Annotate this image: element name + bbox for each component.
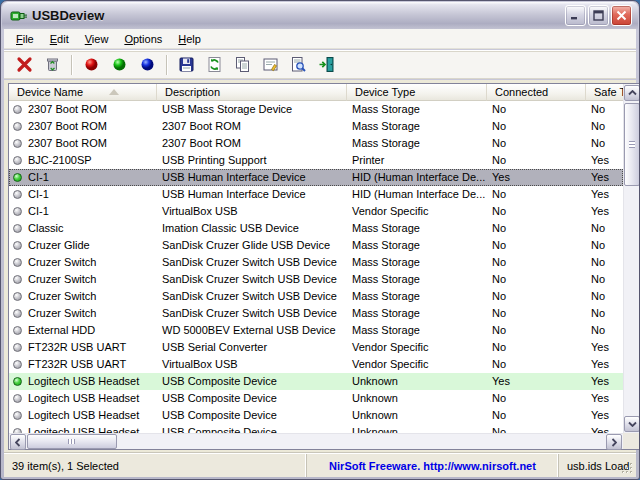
device-list: Device NameDescriptionDevice TypeConnect… bbox=[8, 83, 640, 450]
description-cell: VirtualBox USB bbox=[157, 356, 347, 373]
device-row[interactable]: Cruzer SwitchSanDisk Cruzer Switch USB D… bbox=[9, 288, 623, 305]
safe-to-unplug-cell: Yes bbox=[586, 407, 623, 424]
save-button[interactable] bbox=[174, 53, 198, 77]
device-name-cell: Logitech USB Headset bbox=[9, 390, 157, 407]
description-cell: USB Human Interface Device bbox=[157, 169, 347, 186]
refresh-button[interactable] bbox=[202, 53, 226, 77]
usb-plug-icon bbox=[10, 7, 28, 25]
title-bar[interactable]: USBDeview bbox=[2, 2, 638, 29]
device-name-text: CI-1 bbox=[28, 169, 49, 186]
scroll-up-button[interactable] bbox=[624, 85, 640, 101]
device-type-cell: HID (Human Interface De... bbox=[347, 169, 487, 186]
device-row[interactable]: Cruzer SwitchSanDisk Cruzer Switch USB D… bbox=[9, 271, 623, 288]
device-row[interactable]: External HDDWD 5000BEV External USB Devi… bbox=[9, 322, 623, 339]
column-header-device-type[interactable]: Device Type bbox=[347, 84, 487, 101]
resize-grip-icon[interactable] bbox=[621, 462, 634, 475]
scroll-down-button[interactable] bbox=[624, 416, 640, 432]
thumb-grip bbox=[629, 141, 635, 148]
device-row[interactable]: ClassicImation Classic USB DeviceMass St… bbox=[9, 220, 623, 237]
disable-device-button[interactable] bbox=[79, 53, 103, 77]
column-header-connected[interactable]: Connected bbox=[487, 84, 586, 101]
scroll-right-button[interactable] bbox=[606, 434, 622, 450]
device-row[interactable]: CI-1USB Human Interface DeviceHID (Human… bbox=[9, 169, 623, 186]
description-cell: SanDisk Cruzer Switch USB Device bbox=[157, 254, 347, 271]
minimize-button[interactable] bbox=[565, 5, 586, 26]
exit-icon bbox=[318, 56, 335, 73]
vertical-scrollbar[interactable] bbox=[623, 84, 640, 433]
device-name-text: Logitech USB Headset bbox=[28, 424, 139, 433]
device-row[interactable]: FT232R USB UARTUSB Serial ConverterVendo… bbox=[9, 339, 623, 356]
menu-options[interactable]: Options bbox=[116, 31, 170, 47]
menu-view[interactable]: View bbox=[77, 31, 117, 47]
properties-button[interactable] bbox=[258, 53, 282, 77]
device-row[interactable]: BJC-2100SPUSB Printing SupportPrinterNoY… bbox=[9, 152, 623, 169]
window-title: USBDeview bbox=[32, 8, 104, 23]
device-row[interactable]: Logitech USB HeadsetUSB Composite Device… bbox=[9, 407, 623, 424]
device-name-cell: Logitech USB Headset bbox=[9, 424, 157, 433]
horizontal-scrollbar[interactable] bbox=[9, 433, 623, 449]
device-name-cell: CI-1 bbox=[9, 169, 157, 186]
device-row[interactable]: Logitech USB HeadsetUSB Composite Device… bbox=[9, 424, 623, 433]
maximize-button[interactable] bbox=[588, 5, 609, 26]
status-nirsoft-link[interactable]: NirSoft Freeware. http://www.nirsoft.net bbox=[306, 454, 558, 477]
device-status-led-icon bbox=[13, 190, 22, 199]
description-cell: USB Human Interface Device bbox=[157, 186, 347, 203]
safe-to-unplug-cell: No bbox=[586, 135, 623, 152]
horizontal-scroll-thumb[interactable] bbox=[27, 434, 117, 449]
close-button[interactable] bbox=[611, 5, 632, 26]
device-row[interactable]: CI-1USB Human Interface DeviceHID (Human… bbox=[9, 186, 623, 203]
vertical-scroll-thumb[interactable] bbox=[624, 103, 640, 186]
device-type-cell: Mass Storage bbox=[347, 254, 487, 271]
device-name-cell: Classic bbox=[9, 220, 157, 237]
device-name-text: Logitech USB Headset bbox=[28, 407, 139, 424]
enable-disable-device-button[interactable] bbox=[135, 53, 159, 77]
device-row[interactable]: 2307 Boot ROM2307 Boot ROMMass StorageNo… bbox=[9, 118, 623, 135]
menu-help[interactable]: Help bbox=[170, 31, 209, 47]
device-status-led-icon bbox=[13, 105, 22, 114]
device-status-led-icon bbox=[13, 360, 22, 369]
find-button[interactable] bbox=[286, 53, 310, 77]
find-icon bbox=[290, 56, 307, 73]
safe-to-unplug-cell: Yes bbox=[586, 356, 623, 373]
connected-cell: No bbox=[487, 101, 586, 118]
device-row[interactable]: Cruzer SwitchSanDisk Cruzer Switch USB D… bbox=[9, 305, 623, 322]
scroll-left-button[interactable] bbox=[10, 434, 26, 450]
list-rows: 2307 Boot ROMUSB Mass Storage DeviceMass… bbox=[9, 101, 623, 433]
connected-cell: No bbox=[487, 237, 586, 254]
device-name-cell: Logitech USB Headset bbox=[9, 373, 157, 390]
device-name-text: FT232R USB UART bbox=[28, 356, 126, 373]
column-header-description[interactable]: Description bbox=[157, 84, 347, 101]
menu-edit[interactable]: Edit bbox=[42, 31, 77, 47]
device-row[interactable]: FT232R USB UARTVirtualBox USBVendor Spec… bbox=[9, 356, 623, 373]
device-row[interactable]: Logitech USB HeadsetUSB Composite Device… bbox=[9, 390, 623, 407]
device-name-cell: Cruzer Glide bbox=[9, 237, 157, 254]
connected-cell: No bbox=[487, 407, 586, 424]
nirsoft-freeware-text[interactable]: NirSoft Freeware. http://www.nirsoft.net bbox=[329, 460, 536, 472]
device-type-cell: Unknown bbox=[347, 390, 487, 407]
device-name-text: Logitech USB Headset bbox=[28, 373, 139, 390]
device-type-cell: Mass Storage bbox=[347, 237, 487, 254]
device-type-cell: Vendor Specific bbox=[347, 356, 487, 373]
device-name-cell: CI-1 bbox=[9, 186, 157, 203]
device-row[interactable]: Cruzer SwitchSanDisk Cruzer Switch USB D… bbox=[9, 254, 623, 271]
disconnect-device-button[interactable] bbox=[40, 53, 64, 77]
device-row[interactable]: Logitech USB HeadsetUSB Composite Device… bbox=[9, 373, 623, 390]
exit-button[interactable] bbox=[314, 53, 338, 77]
safe-to-unplug-cell: No bbox=[586, 118, 623, 135]
connected-cell: No bbox=[487, 220, 586, 237]
device-row[interactable]: CI-1VirtualBox USBVendor SpecificNoYes bbox=[9, 203, 623, 220]
items-count-text: 39 item(s), 1 Selected bbox=[12, 460, 119, 472]
description-cell: USB Serial Converter bbox=[157, 339, 347, 356]
menu-file[interactable]: File bbox=[8, 31, 42, 47]
copy-button[interactable] bbox=[230, 53, 254, 77]
device-row[interactable]: 2307 Boot ROM2307 Boot ROMMass StorageNo… bbox=[9, 135, 623, 152]
device-row[interactable]: 2307 Boot ROMUSB Mass Storage DeviceMass… bbox=[9, 101, 623, 118]
column-header-device-name[interactable]: Device Name bbox=[9, 84, 157, 101]
device-row[interactable]: Cruzer GlideSanDisk Cruzer Glide USB Dev… bbox=[9, 237, 623, 254]
description-cell: VirtualBox USB bbox=[157, 203, 347, 220]
safe-to-unplug-cell: Yes bbox=[586, 339, 623, 356]
enable-device-button[interactable] bbox=[107, 53, 131, 77]
connected-cell: No bbox=[487, 288, 586, 305]
uninstall-device-button[interactable] bbox=[12, 53, 36, 77]
connected-cell: No bbox=[487, 339, 586, 356]
